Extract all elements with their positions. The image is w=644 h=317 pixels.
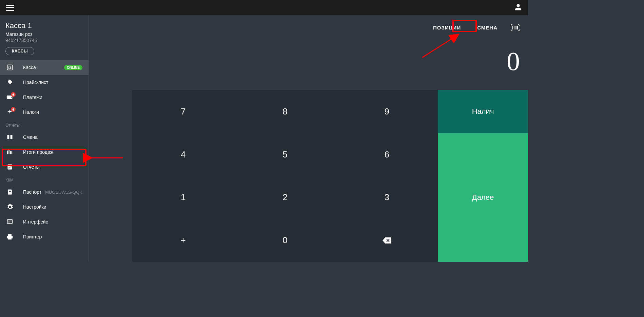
amount-display: 0 (507, 46, 520, 77)
sidebar-item-label: Смена (23, 134, 38, 140)
alert-dot-icon: ✱ (11, 107, 16, 112)
kassy-button[interactable]: КАССЫ (5, 47, 34, 55)
numeric-keypad: 7 8 9 4 5 6 1 2 3 + 0 (132, 90, 438, 262)
sidebar-item-label: Платежи (23, 94, 42, 100)
main-area: ПОЗИЦИИ СМЕНА 0 7 8 9 4 5 (89, 15, 528, 262)
sidebar-item-interface[interactable]: Интерфейс (0, 214, 89, 229)
calculator-icon (6, 64, 14, 71)
section-reports: Отчёты (0, 120, 89, 130)
sidebar-item-label: Интерфейс (23, 219, 48, 225)
printer-icon (6, 233, 14, 240)
key-1[interactable]: 1 (132, 176, 234, 219)
key-3[interactable]: 3 (336, 176, 438, 219)
sidebar-item-passport[interactable]: Паспорт MUGEUW1S-QQK (0, 185, 89, 199)
tab-shift[interactable]: СМЕНА (474, 23, 501, 33)
sidebar-item-shift[interactable]: Смена (0, 130, 89, 145)
key-5[interactable]: 5 (234, 133, 336, 176)
document-icon (6, 163, 14, 171)
sidebar-item-sales-totals[interactable]: Итоги продаж (0, 145, 89, 160)
key-2[interactable]: 2 (234, 176, 336, 219)
key-backspace[interactable] (336, 219, 438, 262)
sidebar-item-label: Итоги продаж (23, 149, 53, 155)
tags-icon (6, 79, 14, 86)
key-plus[interactable]: + (132, 219, 234, 262)
sidebar-item-label: Паспорт (23, 189, 41, 195)
chart-icon (6, 148, 14, 156)
register-title: Касса 1 (5, 21, 83, 30)
sidebar-item-printer[interactable]: Принтер (0, 229, 89, 244)
next-button[interactable]: Далее (438, 133, 528, 262)
svg-rect-0 (7, 65, 13, 70)
wallet-icon: ✱ (6, 93, 14, 101)
sidebar-item-kassa[interactable]: Касса ONLINE (0, 60, 89, 75)
section-kkm: ККМ (0, 174, 89, 185)
sidebar-item-label: Настройки (23, 204, 46, 210)
cash-button[interactable]: Налич (438, 90, 528, 133)
sidebar-item-payments[interactable]: ✱ Платежи (0, 90, 89, 105)
svg-rect-4 (7, 219, 13, 224)
passport-code: MUGEUW1S-QQK (45, 190, 82, 195)
sidebar-item-settings[interactable]: Настройки (0, 199, 89, 214)
sidebar-item-pricelist[interactable]: Прайс-лист (0, 75, 89, 90)
sidebar-item-reports[interactable]: Отчёты (0, 160, 89, 174)
passport-icon (6, 188, 14, 196)
layout-icon (6, 218, 14, 226)
key-9[interactable]: 9 (336, 90, 438, 133)
sidebar-item-label: Принтер (23, 234, 42, 239)
sidebar-item-label: Прайс-лист (23, 80, 48, 85)
sidebar-item-label: Касса (23, 65, 36, 70)
key-4[interactable]: 4 (132, 133, 234, 176)
sparkle-icon: ✱ (6, 108, 14, 116)
sidebar-item-label: Налоги (23, 109, 39, 115)
online-badge: ONLINE (64, 65, 82, 70)
barcode-scan-icon[interactable] (510, 24, 520, 31)
key-6[interactable]: 6 (336, 133, 438, 176)
sidebar-item-label: Отчёты (23, 164, 40, 170)
key-0[interactable]: 0 (234, 219, 336, 262)
gear-icon (6, 203, 14, 211)
sidebar-item-taxes[interactable]: ✱ Налоги (0, 105, 89, 120)
tab-positions[interactable]: ПОЗИЦИИ (430, 23, 464, 33)
hamburger-menu[interactable] (6, 5, 14, 11)
alert-dot-icon: ✱ (11, 92, 16, 97)
svg-point-3 (9, 191, 11, 192)
sidebar: Касса 1 Магазин роз 940217350745 КАССЫ К… (0, 15, 89, 262)
profile-icon[interactable] (514, 3, 522, 12)
org-id: 940217350745 (5, 38, 83, 43)
book-icon (6, 133, 14, 141)
key-7[interactable]: 7 (132, 90, 234, 133)
store-name: Магазин роз (5, 31, 83, 37)
key-8[interactable]: 8 (234, 90, 336, 133)
